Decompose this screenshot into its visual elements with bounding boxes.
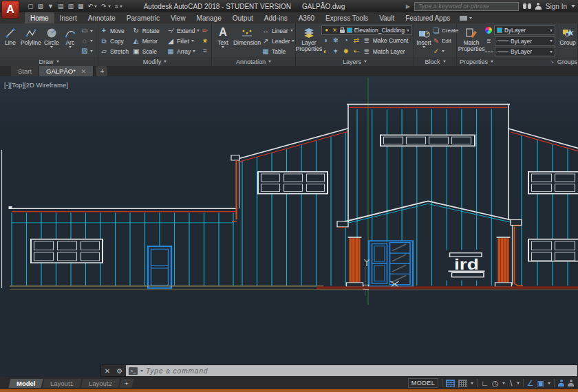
offset-button[interactable]: ≈ [201,46,209,56]
layer-on-all-icon[interactable]: ✹ [342,48,350,55]
polar-caret-icon[interactable] [502,382,505,384]
print-icon[interactable]: ▦ [78,3,84,10]
ribbon-tab-manage[interactable]: Manage [191,12,227,23]
text-caret-icon[interactable] [222,46,224,48]
right-lower-window-band[interactable] [528,239,578,261]
explode-button[interactable]: ✷ [201,36,209,46]
annotation-scale-icon[interactable] [568,380,574,386]
rectangle-tool-button[interactable]: ▭ [81,26,93,36]
make-current-button[interactable]: Make Current [373,37,409,44]
model-tab[interactable]: Model [8,379,43,388]
panel-label-modify[interactable]: Modify [98,57,211,66]
ribbon-tab-view[interactable]: View [165,12,191,23]
left-window-band[interactable] [31,239,103,263]
search-input[interactable] [417,2,516,10]
osnap-caret-icon[interactable] [548,382,550,384]
layer-freeze-icon[interactable]: ❄ [332,37,340,44]
group-button[interactable]: Group [559,25,577,57]
new-drawing-tab-button[interactable]: + [96,66,107,76]
ribbon-display-toggle[interactable] [456,12,476,23]
layer-color-swatch[interactable] [347,28,352,33]
circle-button[interactable]: Circle [43,25,61,57]
grid-display-icon[interactable] [446,380,455,387]
panel-label-annotation[interactable]: Annotation [212,57,295,66]
linear-button[interactable]: ↔Linear [261,25,295,36]
layer-thaw-all-icon[interactable]: ✶ [332,48,340,55]
sign-in-button[interactable]: Sign In [546,3,567,10]
move-button[interactable]: +Move [100,25,131,36]
ribbon-tab-home[interactable]: Home [25,12,54,23]
file-tab-document[interactable]: GALPÃO*✕ [39,66,94,76]
array-button[interactable]: ▦Array [167,46,200,56]
isometric-drafting-icon[interactable]: ∖ [509,380,513,387]
insert-button[interactable]: Insert [416,25,432,57]
copy-button[interactable]: ⧉Copy [100,36,131,46]
ribbon-tab-insert[interactable]: Insert [54,12,83,23]
model-space-badge[interactable]: MODEL [408,378,439,388]
file-tab-start[interactable]: Start [11,66,39,76]
mid-window-band[interactable] [258,172,328,194]
ribbon-tab-addins[interactable]: Add-ins [259,12,293,23]
snap-caret-icon[interactable] [471,382,473,384]
line-button[interactable]: Line [1,25,19,57]
layer-thaw-sun-icon[interactable]: ☀ [332,28,338,34]
erase-button[interactable]: ✏ [201,26,209,36]
layer-dropdown[interactable]: ● ☀ Elevation_Cladding [321,25,412,35]
ribbon-tab-parametric[interactable]: Parametric [121,12,165,23]
leader-button[interactable]: ↗Leader [261,36,295,46]
undo-button[interactable]: ↶ [88,3,98,10]
layer-prev-icon[interactable]: ⇠ [352,48,361,55]
ribbon-tab-express-tools[interactable]: Express Tools [320,12,374,23]
annotation-visibility-icon[interactable] [558,380,564,386]
elevation-drawing[interactable]: ird [0,76,578,377]
arc-caret-icon[interactable] [69,46,72,48]
panel-label-properties[interactable]: Properties↘ [457,57,557,66]
match-layer-button[interactable]: Match Layer [373,48,405,55]
layer-on-bulb-icon[interactable]: ● [324,28,330,33]
arc-button[interactable]: Arc [61,25,79,57]
clerestory-window-band[interactable] [381,135,475,146]
layer-dropdown-caret-icon[interactable] [407,30,409,32]
hatch-tool-button[interactable]: ▨ [81,46,93,56]
ird-sign[interactable]: ird [443,250,490,281]
layout2-tab[interactable]: Layout2 [81,379,120,388]
scale-button[interactable]: ▣Scale [132,46,166,56]
application-menu-button[interactable]: A [1,1,19,19]
layer-properties-button[interactable]: Layer Properties [297,25,321,57]
create-block-button[interactable]: ❏Create [433,25,458,36]
rotate-button[interactable]: ↻Rotate [132,25,166,36]
object-snap-icon[interactable]: ▣ [537,380,544,387]
command-input[interactable]: >_ Type a command [126,365,577,376]
polyline-button[interactable]: Polyline [20,25,42,57]
redo-button[interactable]: ↷ [101,3,111,10]
extend-button[interactable]: −∕Extend [167,25,200,36]
text-button[interactable]: A Text [213,25,233,57]
ribbon-tab-vault[interactable]: Vault [374,12,400,23]
dimension-button[interactable]: Dimension [233,25,261,57]
command-tools-icon[interactable]: ⚙ [116,367,122,375]
layer-unlock-icon[interactable] [340,30,345,33]
search-box[interactable] [414,2,519,11]
recent-commands-caret-icon[interactable] [140,370,143,372]
panel-label-groups[interactable]: Groups [557,57,577,66]
fillet-button[interactable]: ◢Fillet [167,36,200,46]
close-command-icon[interactable]: ✕ [105,367,110,375]
command-line-bar[interactable]: ✕ ⚙ >_ Type a command [100,364,578,377]
stretch-button[interactable]: ▱Stretch [100,46,131,56]
open-file-icon[interactable]: ▨ [38,3,44,10]
layer-off-icon[interactable]: ◔ [342,37,350,44]
block-attributes-button[interactable]: ✓ [433,46,458,56]
left-door[interactable] [148,246,171,288]
sign-in-caret-icon[interactable] [571,5,575,8]
new-file-icon[interactable]: ▢ [28,3,34,10]
panel-label-layers[interactable]: Layers [296,57,414,66]
iso-caret-icon[interactable] [517,382,520,384]
object-color-dropdown[interactable]: ByLayer [494,25,555,35]
object-snap-tracking-icon[interactable]: ∠ [527,380,534,387]
ribbon-tab-a360[interactable]: A360 [293,12,320,23]
ribbon-tab-featured-apps[interactable]: Featured Apps [400,12,456,23]
layer-isolate-icon[interactable]: ◑ [321,37,330,44]
panel-label-block[interactable]: Block [414,57,456,66]
match-properties-button[interactable]: Match Properties [458,25,484,57]
linetype-dropdown[interactable]: ByLayer [495,47,555,56]
